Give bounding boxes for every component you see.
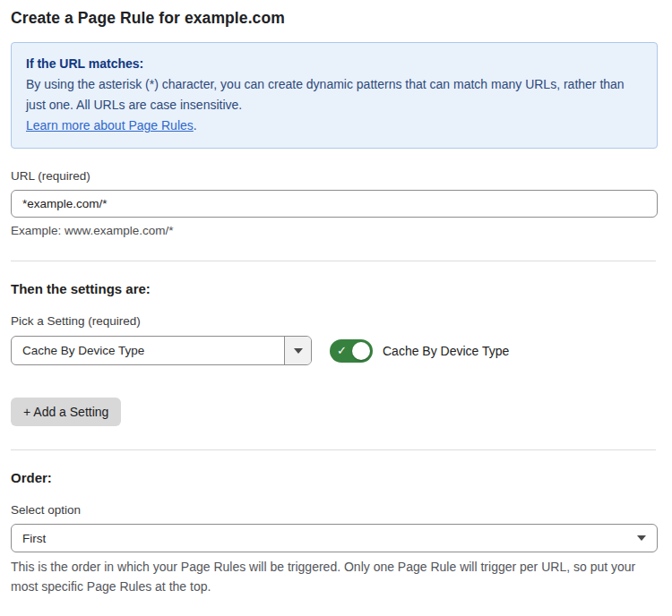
page-title: Create a Page Rule for example.com — [11, 9, 661, 28]
cache-by-device-toggle[interactable]: ✓ — [330, 339, 373, 363]
setting-row: Cache By Device Type ✓ Cache By Device T… — [11, 336, 661, 365]
pick-setting-value: Cache By Device Type — [12, 337, 284, 364]
divider — [11, 261, 656, 261]
order-helper-text: This is the order in which your Page Rul… — [11, 557, 661, 596]
info-body: By using the asterisk (*) character, you… — [26, 74, 642, 116]
order-select-value: First — [22, 532, 637, 545]
add-setting-button[interactable]: + Add a Setting — [11, 398, 121, 426]
info-heading: If the URL matches: — [26, 54, 642, 74]
check-icon: ✓ — [337, 345, 347, 356]
url-input[interactable] — [11, 190, 658, 218]
toggle-knob — [352, 342, 370, 360]
link-period: . — [194, 118, 197, 133]
order-select[interactable]: First — [11, 524, 658, 552]
divider — [11, 449, 656, 450]
pick-setting-label: Pick a Setting (required) — [11, 314, 661, 328]
order-section-heading: Order: — [11, 470, 661, 485]
toggle-label: Cache By Device Type — [383, 344, 509, 358]
chevron-down-icon[interactable] — [284, 337, 311, 364]
learn-more-link[interactable]: Learn more about Page Rules — [26, 118, 194, 133]
pick-setting-select[interactable]: Cache By Device Type — [11, 336, 312, 365]
order-select-label: Select option — [11, 503, 661, 517]
url-field-label: URL (required) — [11, 169, 661, 183]
url-match-info-callout: If the URL matches: By using the asteris… — [11, 42, 658, 149]
settings-section-heading: Then the settings are: — [11, 281, 661, 296]
page-rule-form: Create a Page Rule for example.com If th… — [0, 0, 672, 616]
chevron-down-icon — [637, 535, 646, 541]
url-example-helper: Example: www.example.com/* — [11, 224, 661, 237]
chevron-down-glyph — [294, 348, 303, 354]
info-link-line: Learn more about Page Rules. — [26, 116, 642, 136]
